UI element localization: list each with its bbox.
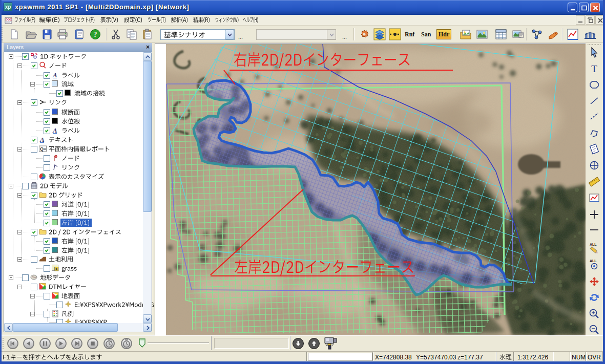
svg-text:A: A: [39, 136, 45, 143]
svg-text:A: A: [52, 126, 57, 134]
svg-text:DOC: DOC: [6, 18, 12, 21]
svg-text:ALL: ALL: [590, 243, 597, 246]
svg-text:A: A: [52, 71, 57, 79]
svg-text:T: T: [591, 63, 597, 74]
svg-text:?: ?: [94, 31, 97, 38]
svg-text:Q=: Q=: [40, 146, 46, 152]
svg-text:ALL: ALL: [590, 259, 597, 263]
